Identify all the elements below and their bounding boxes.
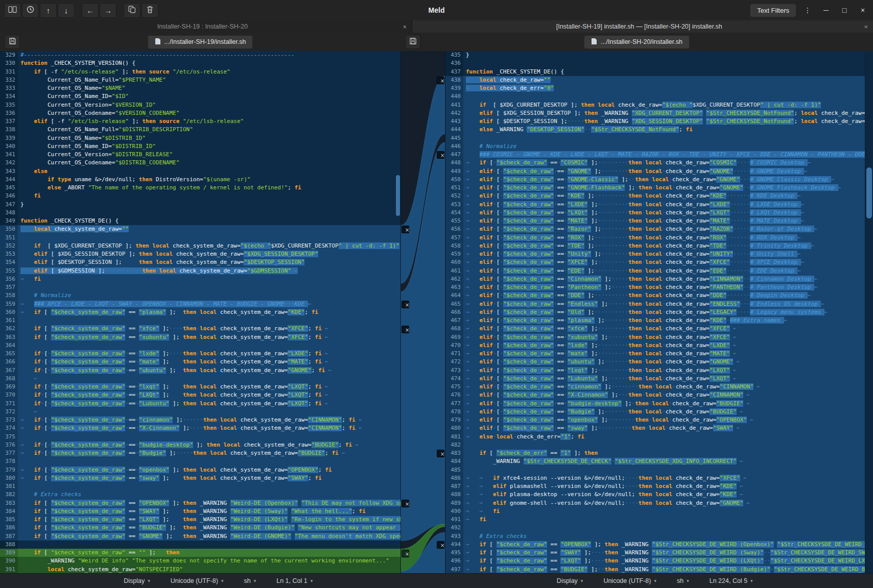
- code-line[interactable]: 465→ elif·[·"$check_de_raw"·==·"Endless"…: [445, 300, 865, 308]
- code-line[interactable]: 478→ elif·[·"$check_de_raw"·==·"Budgie" …: [445, 408, 865, 416]
- code-line[interactable]: 348: [0, 209, 400, 217]
- code-line[interactable]: 463→ elif·[·"$check_de_raw"·==·"Pantheon…: [445, 283, 865, 291]
- code-line[interactable]: 333 Current_OS_Name="$NAME": [0, 84, 400, 92]
- tab-close-icon[interactable]: ×: [864, 23, 868, 31]
- code-line[interactable]: 467→ elif·[·"$check_de_raw"·==·"plasma" …: [445, 316, 865, 325]
- code-line[interactable]: 381: [0, 482, 400, 491]
- tab-file-comparison[interactable]: [Installer-SH-19] installer.sh — [Instal…: [412, 20, 873, 33]
- code-line[interactable]: 479→ elif·[·"$check_de_raw"·==·"openbox"…: [445, 416, 865, 424]
- code-line[interactable]: 366 if·[·"$check_system_de_raw"·==·"mate…: [0, 358, 400, 366]
- code-line[interactable]: 462→ elif·[·"$check_de_raw"·==·"Cinnamon…: [445, 275, 865, 283]
- next-change-button[interactable]: ↓: [58, 3, 75, 18]
- code-line[interactable]: 460→ elif·[·"$check_de_raw"·==·"XFCE" ];…: [445, 258, 865, 266]
- syntax-dropdown-left[interactable]: sh▾: [241, 577, 259, 585]
- code-line[interactable]: 443 elif [ $DESKTOP_SESSION ];·····then …: [445, 117, 865, 126]
- code-line[interactable]: 461→ elif·[·"$check_de_raw"·==·"EDE" ];·…: [445, 267, 865, 275]
- code-line[interactable]: 335 Current_OS_Version="$VERSION_ID": [0, 101, 400, 109]
- window-scrollbar[interactable]: [865, 51, 873, 574]
- code-line[interactable]: 352 if [ $XDG_CURRENT_DESKTOP ]; then lo…: [0, 242, 400, 250]
- code-line[interactable]: 356→ fi: [0, 275, 400, 283]
- code-line[interactable]: 336 Current_OS_Codename="$VERSION_CODENA…: [0, 109, 400, 117]
- right-editor-pane[interactable]: 435}436437function _CHECK_SYSTEM_DE() {4…: [445, 51, 865, 574]
- code-line[interactable]: 447 ### COSMIC - GNOME - KDE - LXDE - LX…: [445, 151, 865, 159]
- new-comparison-button[interactable]: [4, 3, 21, 18]
- display-dropdown-left[interactable]: Display▾: [121, 577, 153, 585]
- code-line[interactable]: 353 elif [ $XDG_SESSION_DESKTOP ]; then …: [0, 250, 400, 258]
- code-line[interactable]: 452→ elif·[·"$check_de_raw"·==·"KDE" ];·…: [445, 192, 865, 200]
- code-line[interactable]: 451→ elif·[·"$check_de_raw"·==·"GNOME-Fl…: [445, 184, 865, 192]
- code-line[interactable]: 378: [0, 457, 400, 465]
- code-line[interactable]: 456→ elif·[·"$check_de_raw"·==·"Razor" ]…: [445, 225, 865, 233]
- code-line[interactable]: 496→ if [ "$check_de_raw" == "LXQT" ];··…: [445, 557, 865, 565]
- code-line[interactable]: 346 fi: [0, 192, 400, 200]
- code-line[interactable]: 360→ if [ "$check_system_de_raw" == "pla…: [0, 308, 400, 316]
- scrollbar-thumb[interactable]: [866, 167, 872, 218]
- code-line[interactable]: 491→ fi: [445, 516, 865, 524]
- encoding-dropdown-left[interactable]: Unicode (UTF-8)▾: [168, 577, 227, 585]
- code-line[interactable]: 487→ → elif plasmashell --version &>/dev…: [445, 482, 865, 491]
- code-line[interactable]: 383 if [ "$check_system_de_raw" == "OPEN…: [0, 499, 400, 507]
- cursor-position-left[interactable]: Ln 1, Col 1▾: [273, 577, 316, 585]
- code-line[interactable]: 373→ if·[·"$check_system_de_raw"·==·"cin…: [0, 416, 400, 424]
- maximize-button[interactable]: □: [837, 3, 852, 17]
- code-line[interactable]: 337 elif [ -f "/etc/lsb-release" ]; then…: [0, 117, 400, 126]
- code-line[interactable]: 364: [0, 341, 400, 350]
- discard-chunk-button[interactable]: ×: [402, 301, 409, 308]
- code-line[interactable]: 347}: [0, 201, 400, 209]
- code-line[interactable]: 375: [0, 433, 400, 441]
- code-line[interactable]: 445: [445, 134, 865, 142]
- code-line[interactable]: 444 else _WARNING "DESKTOP_SESSION"··"$S…: [445, 126, 865, 134]
- code-line[interactable]: 464→ elif·[·"$check_de_raw"·==·"DDE" ];·…: [445, 291, 865, 300]
- code-line[interactable]: 377→ if·[·"$check_system_de_raw"·==·"Bud…: [0, 449, 400, 457]
- code-line[interactable]: 488→ → elif plasma-desktop --version &>/…: [445, 491, 865, 499]
- code-line[interactable]: 490→ → fi: [445, 507, 865, 516]
- code-line[interactable]: 344 if type uname &>/dev/null; then Dist…: [0, 176, 400, 184]
- push-left-button[interactable]: ←: [82, 3, 99, 18]
- code-line[interactable]: 458→ elif·[·"$check_de_raw"·==·"TDE" ];·…: [445, 242, 865, 250]
- code-line[interactable]: 439→ local·check_de_err="0": [445, 84, 865, 92]
- discard-chunk-button[interactable]: ×: [437, 450, 444, 457]
- code-line[interactable]: 472→ elif·[·"$check_de_raw"·==·"ubuntu" …: [445, 358, 865, 366]
- code-line[interactable]: 436: [445, 59, 865, 67]
- code-line[interactable]: 361: [0, 316, 400, 325]
- left-editor-pane[interactable]: 329#------------------------------------…: [0, 51, 400, 574]
- code-line[interactable]: 367 if·[·"$check_system_de_raw"·==·"ubun…: [0, 366, 400, 375]
- scrollbar-thumb[interactable]: [396, 175, 400, 216]
- code-line[interactable]: 470→ elif·[·"$check_de_raw"·==·"lxde" ];…: [445, 341, 865, 350]
- code-line[interactable]: 355 elif·[·$GDMSESSION·];···········then…: [0, 267, 400, 275]
- code-line[interactable]: 380→ if·[·"$check_system_de_raw"·==·"swa…: [0, 474, 400, 482]
- code-line[interactable]: 351: [0, 234, 400, 242]
- code-line[interactable]: 489→ → elif gnome-shell --version &>/dev…: [445, 499, 865, 507]
- code-line[interactable]: 382 # Extra checks: [0, 491, 400, 499]
- copy-button[interactable]: [124, 3, 140, 18]
- save-right-button[interactable]: [405, 35, 420, 49]
- code-line[interactable]: 492: [445, 524, 865, 532]
- code-line[interactable]: 442 elif [ $XDG_SESSION_DESKTOP ]; then …: [445, 109, 865, 117]
- discard-chunk-button[interactable]: ×: [402, 326, 409, 333]
- code-line[interactable]: 345 else _ABORT "The name of the operati…: [0, 184, 400, 192]
- code-line[interactable]: 329#------------------------------------…: [0, 51, 400, 59]
- code-line[interactable]: 379→ if·[·"$check_system_de_raw"·==·"ope…: [0, 466, 400, 474]
- refresh-button[interactable]: [22, 3, 39, 18]
- code-line[interactable]: 384 if [ "$check_system_de_raw" == "SWAY…: [0, 507, 400, 516]
- code-line[interactable]: 474→ elif·[·"$check_de_raw"·==·"Lubuntu"…: [445, 375, 865, 383]
- code-line[interactable]: 486→ → if xfce4-session --version &>/dev…: [445, 474, 865, 482]
- display-dropdown-right[interactable]: Display▾: [554, 577, 586, 585]
- previous-change-button[interactable]: ↑: [40, 3, 57, 18]
- code-line[interactable]: 369 if·[·"$check_system_de_raw"·==·"lxqt…: [0, 383, 400, 391]
- code-line[interactable]: 476→ elif·[·"$check_de_raw"·==·"X-Cinnam…: [445, 391, 865, 399]
- discard-chunk-button[interactable]: ×: [402, 226, 409, 233]
- code-line[interactable]: 330function _CHECK_SYSTEM_VERSION() {: [0, 59, 400, 67]
- discard-chunk-button[interactable]: ×: [437, 541, 444, 549]
- syntax-dropdown-right[interactable]: sh▾: [674, 577, 692, 585]
- code-line[interactable]: 482: [445, 441, 865, 449]
- tab-close-icon[interactable]: ×: [403, 23, 407, 31]
- left-file-path-button[interactable]: .../Installer-SH-19/installer.sh: [148, 35, 253, 49]
- text-filters-button[interactable]: Text Filters: [750, 4, 796, 17]
- code-line[interactable]: 481→ else·local·check_de_err="1"; fi: [445, 433, 865, 441]
- code-line[interactable]: 332 Current_OS_Name_Full="$PRETTY_NAME": [0, 76, 400, 84]
- code-line[interactable]: 495→ if [ "$check_de_raw" == "SWAY" ];··…: [445, 549, 865, 557]
- code-line[interactable]: 368 ←: [0, 375, 400, 383]
- code-line[interactable]: 450→ elif·[·"$check_de_raw"·==·"GNOME-Cl…: [445, 176, 865, 184]
- code-line[interactable]: 357: [0, 283, 400, 291]
